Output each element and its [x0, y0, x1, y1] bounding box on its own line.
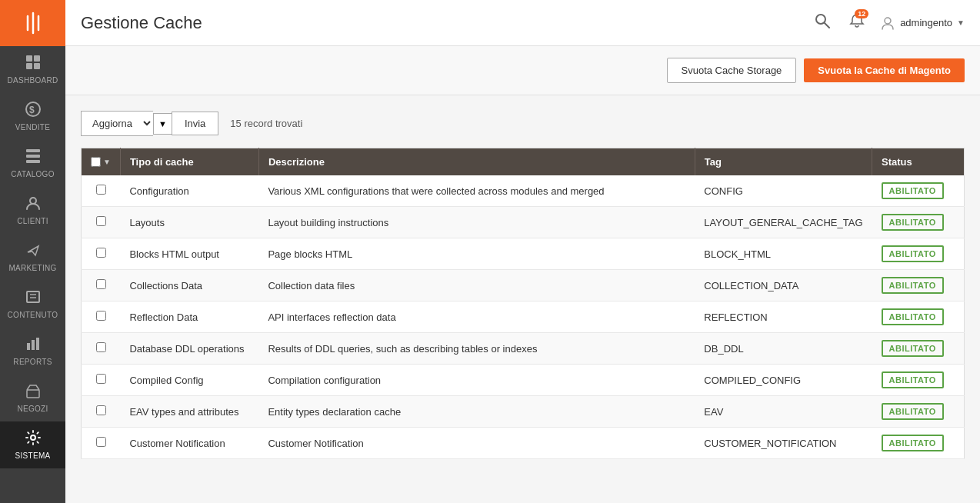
row-descrizione: Various XML configurations that were col…: [258, 175, 695, 207]
svg-point-20: [885, 18, 891, 24]
row-tag: COLLECTION_DATA: [695, 270, 872, 301]
th-descrizione: Descrizione: [258, 148, 695, 176]
sidebar-item-clienti-label: CLIENTI: [17, 217, 48, 226]
dashboard-icon: [25, 54, 42, 73]
sidebar-item-negozi-label: NEGOZI: [17, 405, 48, 414]
top-header: Gestione Cache 12 adming: [65, 0, 980, 46]
clienti-icon: [25, 195, 42, 214]
user-menu[interactable]: admingento ▼: [880, 15, 965, 31]
row-checkbox[interactable]: [96, 311, 106, 321]
table-row: Compiled Config Compilation configuratio…: [82, 365, 965, 396]
main-content: Gestione Cache 12 adming: [65, 0, 980, 503]
th-tag: Tag: [695, 148, 872, 176]
svg-rect-8: [26, 160, 40, 163]
row-checkbox[interactable]: [96, 216, 106, 226]
svg-rect-1: [34, 55, 40, 62]
sidebar-item-negozi[interactable]: NEGOZI: [0, 375, 65, 421]
row-tipo: Blocks HTML output: [120, 238, 258, 270]
status-badge: ABILITATO: [882, 214, 944, 231]
status-badge: ABILITATO: [882, 182, 944, 199]
row-status: ABILITATO: [872, 301, 965, 333]
sidebar-item-marketing[interactable]: MARKETING: [0, 234, 65, 281]
submit-button[interactable]: Invia: [172, 112, 218, 135]
row-descrizione: Entity types declaration cache: [258, 396, 695, 428]
sidebar-item-dashboard-label: DASHBOARD: [7, 76, 58, 85]
row-status: ABILITATO: [872, 365, 965, 396]
sistema-icon: [25, 429, 42, 448]
row-descrizione: Layout building instructions: [258, 207, 695, 238]
status-badge: ABILITATO: [882, 245, 944, 262]
user-avatar-icon: [880, 15, 895, 31]
sidebar: DASHBOARD $ VENDITE CATALOGO CLIENTI MAR…: [0, 0, 65, 503]
sidebar-item-catalogo[interactable]: CATALOGO: [0, 140, 65, 187]
search-button[interactable]: [811, 9, 834, 36]
search-icon: [815, 13, 830, 28]
row-checkbox[interactable]: [96, 248, 106, 258]
toolbar: Aggiorna ▼ Invia 15 record trovati: [81, 111, 965, 136]
row-checkbox[interactable]: [96, 185, 106, 195]
row-tipo: Customer Notification: [120, 428, 258, 459]
table-row: Collections Data Collection data files C…: [82, 270, 965, 301]
row-status: ABILITATO: [872, 396, 965, 428]
row-checkbox[interactable]: [96, 279, 106, 289]
row-tag: EAV: [695, 396, 872, 428]
header-checkbox-arrow[interactable]: ▼: [103, 158, 111, 166]
sidebar-item-sistema[interactable]: SISTEMA: [0, 421, 65, 468]
table-row: Configuration Various XML configurations…: [82, 175, 965, 207]
th-checkbox: ▼: [82, 148, 121, 176]
row-status: ABILITATO: [872, 333, 965, 365]
row-checkbox-cell: [82, 270, 121, 301]
row-checkbox-cell: [82, 365, 121, 396]
row-checkbox-cell: [82, 428, 121, 459]
row-checkbox[interactable]: [96, 374, 106, 384]
row-tipo: Database DDL operations: [120, 333, 258, 365]
contenuto-icon: [25, 288, 42, 308]
sidebar-item-vendite[interactable]: $ VENDITE: [0, 93, 65, 140]
table-body: Configuration Various XML configurations…: [82, 175, 965, 459]
row-checkbox[interactable]: [96, 342, 106, 352]
username-label: admingento: [900, 17, 952, 28]
status-badge: ABILITATO: [882, 308, 944, 325]
header-checkbox[interactable]: [91, 157, 101, 167]
row-checkbox-cell: [82, 175, 121, 207]
row-tipo: Configuration: [120, 175, 258, 207]
status-badge: ABILITATO: [882, 371, 944, 388]
sidebar-item-reports-label: REPORTS: [13, 358, 52, 367]
svg-rect-2: [26, 63, 32, 69]
notification-badge: 12: [855, 9, 868, 18]
row-tipo: Compiled Config: [120, 365, 258, 396]
row-status: ABILITATO: [872, 428, 965, 459]
svg-rect-15: [36, 338, 39, 350]
svg-rect-13: [27, 343, 30, 350]
row-tag: BLOCK_HTML: [695, 238, 872, 270]
action-select[interactable]: Aggiorna: [81, 111, 153, 136]
row-status: ABILITATO: [872, 207, 965, 238]
sidebar-item-reports[interactable]: REPORTS: [0, 328, 65, 375]
row-checkbox[interactable]: [96, 437, 106, 447]
status-badge: ABILITATO: [882, 340, 944, 357]
sidebar-item-dashboard[interactable]: DASHBOARD: [0, 46, 65, 93]
catalogo-icon: [25, 148, 42, 167]
sidebar-item-clienti[interactable]: CLIENTI: [0, 187, 65, 234]
content-area: Aggiorna ▼ Invia 15 record trovati ▼ Tip…: [65, 95, 980, 503]
row-checkbox-cell: [82, 238, 121, 270]
action-select-dropdown[interactable]: ▼: [153, 113, 172, 135]
page-title: Gestione Cache: [81, 13, 202, 33]
row-status: ABILITATO: [872, 270, 965, 301]
flush-magento-button[interactable]: Svuota la Cache di Magento: [804, 58, 965, 82]
row-descrizione: Compilation configuration: [258, 365, 695, 396]
notification-button[interactable]: 12: [845, 9, 868, 36]
table-header-row: ▼ Tipo di cache Descrizione Tag Status: [82, 148, 965, 176]
table-row: Layouts Layout building instructions LAY…: [82, 207, 965, 238]
row-tag: COMPILED_CONFIG: [695, 365, 872, 396]
svg-rect-0: [26, 55, 32, 62]
sidebar-item-contenuto[interactable]: CONTENUTO: [0, 281, 65, 328]
row-tipo: Reflection Data: [120, 301, 258, 333]
logo[interactable]: [0, 0, 65, 46]
marketing-icon: [25, 242, 42, 261]
row-descrizione: Page blocks HTML: [258, 238, 695, 270]
row-tag: REFLECTION: [695, 301, 872, 333]
svg-point-18: [816, 15, 825, 24]
row-checkbox[interactable]: [96, 405, 106, 415]
flush-storage-button[interactable]: Svuota Cache Storage: [667, 58, 797, 83]
